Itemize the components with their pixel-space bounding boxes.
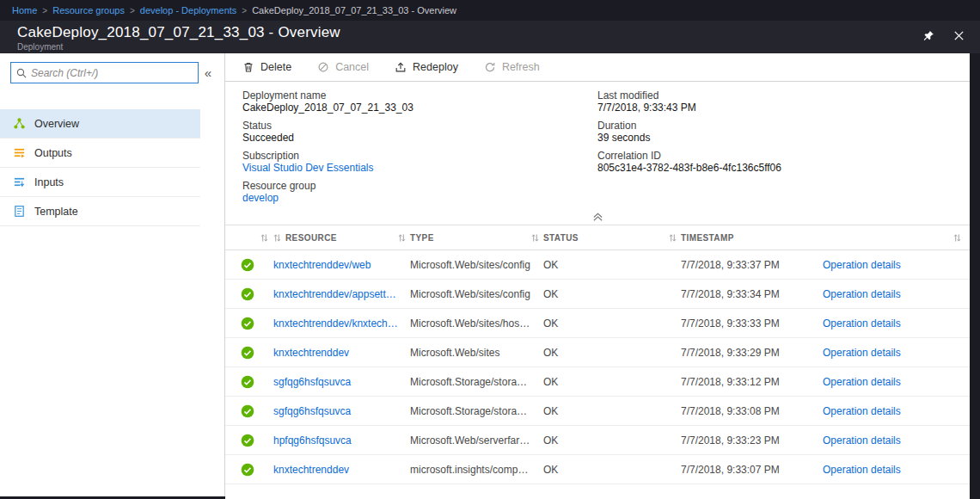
resource-timestamp: 7/7/2018, 9:33:23 PM (669, 434, 811, 447)
breadcrumb-item[interactable]: Home (12, 5, 37, 15)
breadcrumb: Home>Resource groups>develop - Deploymen… (12, 5, 456, 15)
success-icon (225, 375, 273, 389)
delete-icon (242, 61, 254, 73)
inputs-icon (12, 176, 26, 188)
resource-timestamp: 7/7/2018, 9:33:34 PM (669, 288, 811, 300)
essentials-left-column: Deployment nameCakeDeploy_2018_07_07_21_… (242, 89, 597, 210)
sidebar-item-label: Template (34, 206, 78, 218)
success-icon (225, 463, 273, 477)
field-label: Resource group (242, 180, 597, 192)
resource-link[interactable]: hpfqg6hsfqsuvca (273, 434, 398, 447)
refresh-button: Refresh (484, 61, 540, 73)
resource-link[interactable]: sgfqg6hsfqsuvca (273, 405, 398, 417)
collapse-essentials-button[interactable] (225, 210, 970, 222)
chevron-up-icon (592, 213, 603, 222)
table-row: sgfqg6hsfqsuvcaMicrosoft.Storage/storage… (225, 397, 970, 426)
essentials: Deployment nameCakeDeploy_2018_07_07_21_… (225, 82, 970, 210)
sidebar-item-label: Outputs (34, 147, 72, 159)
search-input[interactable] (31, 67, 193, 79)
operation-details-link[interactable]: Operation details (811, 347, 940, 359)
resource-type: Microsoft.Web/sites/hostNa... (398, 317, 531, 330)
success-icon (225, 434, 273, 447)
operation-details-link[interactable]: Operation details (811, 464, 940, 476)
search-icon (16, 68, 27, 78)
resource-type: Microsoft.Storage/storageA... (398, 376, 531, 388)
sidebar-nav: OverviewOutputsInputsTemplate (0, 109, 200, 226)
field-value-link[interactable]: Visual Studio Dev Essentials (242, 162, 597, 175)
breadcrumb-item[interactable]: Resource groups (52, 5, 125, 15)
table-row: knxtechtrenddevMicrosoft.Web/sitesOK7/7/… (225, 338, 970, 367)
resource-link[interactable]: knxtechtrenddev/appsettings (273, 288, 398, 300)
resource-type: Microsoft.Storage/storageA... (398, 405, 531, 417)
toolbar: DeleteCancelRedeployRefresh (225, 53, 970, 82)
essentials-field: Resource groupdevelop (242, 180, 597, 205)
resource-link[interactable]: knxtechtrenddev/web (273, 259, 398, 271)
resource-link[interactable]: knxtechtrenddev (273, 347, 398, 359)
operation-details-link[interactable]: Operation details (811, 405, 940, 417)
resource-status: OK (531, 464, 669, 476)
column-header-sort-end[interactable] (940, 233, 970, 243)
essentials-field: Deployment nameCakeDeploy_2018_07_07_21_… (242, 89, 597, 114)
operation-details-link[interactable]: Operation details (811, 317, 940, 330)
sidebar-item-template[interactable]: Template (0, 197, 200, 226)
cancel-icon (317, 61, 329, 73)
page-title: CakeDeploy_2018_07_07_21_33_03 - Overvie… (17, 23, 340, 42)
operation-details-link[interactable]: Operation details (811, 434, 940, 447)
column-header-status[interactable]: STATUS (531, 233, 669, 243)
header-actions (922, 30, 965, 42)
toolbar-button-label: Redeploy (413, 61, 458, 73)
page-subtitle: Deployment (17, 42, 340, 52)
sidebar: « OverviewOutputsInputsTemplate (0, 53, 225, 499)
delete-button[interactable]: Delete (242, 61, 291, 73)
toolbar-button-label: Refresh (502, 61, 540, 73)
breadcrumb-separator: > (242, 6, 247, 15)
resource-status: OK (531, 288, 669, 300)
sidebar-item-outputs[interactable]: Outputs (0, 139, 200, 168)
resource-status: OK (531, 347, 669, 359)
table-row: knxtechtrenddev/knxtechtre...Microsoft.W… (225, 309, 970, 338)
field-value: 7/7/2018, 9:33:43 PM (597, 102, 952, 114)
table-row: sgfqg6hsfqsuvcaMicrosoft.Storage/storage… (225, 367, 970, 397)
sidebar-collapse-button[interactable]: « (199, 65, 217, 80)
title-block: CakeDeploy_2018_07_07_21_33_03 - Overvie… (17, 23, 340, 52)
field-value-link[interactable]: develop (242, 192, 597, 205)
column-header-resource[interactable]: RESOURCE (273, 233, 398, 243)
resource-link[interactable]: knxtechtrenddev/knxtechtre... (273, 317, 398, 330)
resource-type: Microsoft.Web/sites (398, 347, 531, 359)
sidebar-item-overview[interactable]: Overview (0, 109, 200, 139)
close-icon[interactable] (953, 30, 965, 42)
resource-type: microsoft.insights/compone... (398, 464, 531, 476)
main-panel: DeleteCancelRedeployRefresh Deployment n… (225, 53, 970, 499)
column-header-status-icon[interactable] (225, 233, 273, 243)
field-label: Subscription (242, 150, 597, 162)
sidebar-item-inputs[interactable]: Inputs (0, 168, 200, 197)
content-area: « OverviewOutputsInputsTemplate DeleteCa… (0, 53, 980, 499)
operation-details-link[interactable]: Operation details (811, 259, 940, 271)
refresh-icon (484, 61, 496, 73)
success-icon (225, 404, 273, 418)
column-header-label: STATUS (543, 233, 579, 243)
redeploy-button[interactable]: Redeploy (395, 61, 458, 73)
table-body: knxtechtrenddev/webMicrosoft.Web/sites/c… (225, 250, 970, 484)
pin-icon[interactable] (922, 30, 934, 42)
success-icon (225, 346, 273, 360)
overview-icon (12, 117, 26, 130)
resource-status: OK (531, 317, 669, 330)
column-header-type[interactable]: TYPE (398, 233, 531, 243)
essentials-field: SubscriptionVisual Studio Dev Essentials (242, 150, 597, 175)
resource-status: OK (531, 434, 669, 447)
table-row: knxtechtrenddev/webMicrosoft.Web/sites/c… (225, 250, 970, 280)
operation-details-link[interactable]: Operation details (811, 376, 940, 388)
sidebar-search-row: « (0, 62, 224, 83)
resource-link[interactable]: knxtechtrenddev (273, 464, 398, 476)
essentials-field: StatusSucceeded (242, 120, 597, 145)
operation-details-link[interactable]: Operation details (811, 288, 940, 300)
field-value: 805c31e4-3782-483f-b8e6-4fc136c5ff06 (597, 162, 952, 175)
table-header: RESOURCETYPESTATUSTIMESTAMP (225, 225, 970, 250)
column-header-timestamp[interactable]: TIMESTAMP (669, 233, 811, 243)
breadcrumb-item[interactable]: develop - Deployments (140, 5, 237, 15)
column-header-label: RESOURCE (285, 233, 337, 243)
essentials-field: Duration39 seconds (597, 120, 952, 145)
resource-status: OK (531, 405, 669, 417)
resource-link[interactable]: sgfqg6hsfqsuvca (273, 376, 398, 388)
